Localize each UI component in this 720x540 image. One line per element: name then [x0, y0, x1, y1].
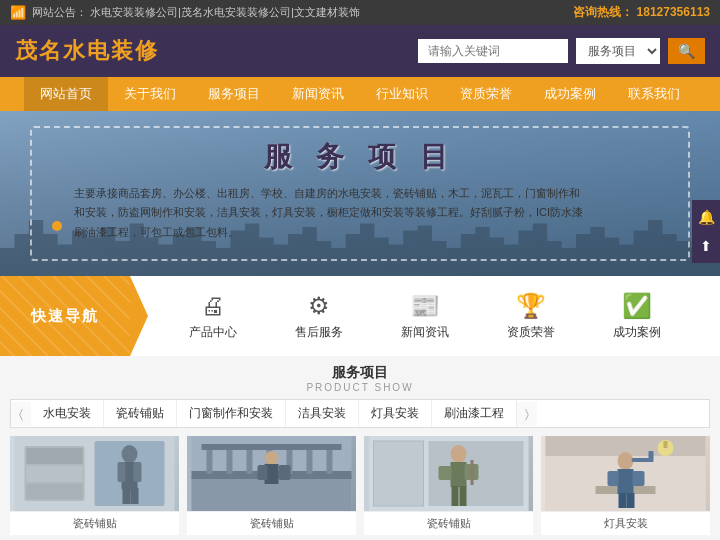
svg-rect-21: [327, 446, 333, 474]
svg-point-6: [122, 445, 138, 463]
product-card-2[interactable]: 瓷砖铺贴: [187, 436, 356, 535]
svg-rect-44: [633, 471, 645, 486]
hero-title: 服 务 项 目: [52, 138, 668, 176]
nav-item-news[interactable]: 新闻资讯: [276, 77, 360, 111]
product-img-4: [541, 436, 710, 511]
honor-label: 资质荣誉: [507, 324, 555, 341]
product-grid: 瓷砖铺贴: [10, 436, 710, 535]
product-card-4[interactable]: 灯具安装: [541, 436, 710, 535]
header-right: 服务项目 🔍: [418, 38, 705, 64]
product-card-1[interactable]: 瓷砖铺贴: [10, 436, 179, 535]
news-label: 新闻资讯: [401, 324, 449, 341]
svg-rect-15: [207, 446, 213, 474]
svg-rect-16: [227, 446, 233, 474]
product-img-1: [10, 436, 179, 511]
quick-icon-news[interactable]: 📰 新闻资讯: [401, 292, 449, 341]
svg-rect-45: [608, 471, 619, 486]
hero-banner: 服 务 项 目 主要承接商品套房、办公楼、出租房、学校、自建房的水电安装，瓷砖铺…: [0, 111, 720, 276]
announcement-content: 网站公告： 水电安装装修公司|茂名水电安装装修公司|文文建材装饰: [32, 5, 360, 20]
hotline: 咨询热线： 18127356113: [573, 4, 710, 21]
nav-item-industry[interactable]: 行业知识: [360, 77, 444, 111]
news-icon: 📰: [410, 292, 440, 320]
svg-rect-11: [131, 488, 139, 504]
service-icon: ⚙: [308, 292, 330, 320]
svg-point-42: [618, 452, 634, 470]
svg-rect-47: [627, 493, 635, 508]
right-sidebar: 🔔 ⬆: [692, 200, 720, 263]
bell-icon[interactable]: 🔔: [694, 205, 719, 229]
hotline-number: 18127356113: [637, 5, 710, 19]
svg-point-31: [451, 445, 467, 463]
svg-rect-9: [134, 462, 142, 482]
cat-tab-light[interactable]: 灯具安装: [359, 400, 432, 427]
cat-tab-sanitary[interactable]: 洁具安装: [286, 400, 359, 427]
svg-rect-51: [649, 451, 654, 462]
svg-rect-17: [247, 446, 253, 474]
svg-rect-34: [439, 466, 452, 480]
nav-item-honor[interactable]: 资质荣誉: [444, 77, 528, 111]
header: 茂名水电装修 服务项目 🔍: [0, 25, 720, 77]
service-label: 售后服务: [295, 324, 343, 341]
category-tabs: 〈 水电安装 瓷砖铺贴 门窗制作和安装 洁具安装 灯具安装 刷油漆工程 〉: [10, 399, 710, 428]
site-title: 茂名水电装修: [15, 36, 159, 66]
svg-rect-20: [307, 446, 313, 474]
product-name-1: 瓷砖铺贴: [10, 511, 179, 535]
product-icon: 🖨: [201, 292, 225, 320]
quick-icon-cases[interactable]: ✅ 成功案例: [613, 292, 661, 341]
cat-tab-door[interactable]: 门窗制作和安装: [177, 400, 286, 427]
cat-tab-tile[interactable]: 瓷砖铺贴: [104, 400, 177, 427]
service-select[interactable]: 服务项目: [576, 38, 660, 64]
section-title-en: PRODUCT SHOW: [10, 382, 710, 393]
cat-tab-paint[interactable]: 刷油漆工程: [432, 400, 517, 427]
quick-icons-container: 🖨 产品中心 ⚙ 售后服务 📰 新闻资讯 🏆 资质荣誉 ✅ 成功案例: [130, 276, 720, 356]
product-name-2: 瓷砖铺贴: [187, 511, 356, 535]
diagonal-decoration: [0, 276, 130, 356]
quick-icon-product[interactable]: 🖨 产品中心: [189, 292, 237, 341]
nav-item-contact[interactable]: 联系我们: [612, 77, 696, 111]
product-section: 服务项目 PRODUCT SHOW 〈 水电安装 瓷砖铺贴 门窗制作和安装 洁具…: [0, 356, 720, 540]
nav-item-cases[interactable]: 成功案例: [528, 77, 612, 111]
cases-label: 成功案例: [613, 324, 661, 341]
nav-item-about[interactable]: 关于我们: [108, 77, 192, 111]
search-button[interactable]: 🔍: [668, 38, 705, 64]
tab-next-arrow[interactable]: 〉: [517, 402, 537, 426]
cat-tab-water[interactable]: 水电安装: [31, 400, 104, 427]
announcement-text: 📶 网站公告： 水电安装装修公司|茂名水电安装装修公司|文文建材装饰: [10, 5, 360, 20]
product-img-2: [187, 436, 356, 511]
wifi-icon: 📶: [10, 5, 26, 20]
search-input[interactable]: [418, 39, 568, 63]
svg-rect-26: [258, 465, 268, 480]
svg-rect-25: [279, 465, 291, 480]
nav-item-home[interactable]: 网站首页: [24, 77, 108, 111]
quick-icon-honor[interactable]: 🏆 资质荣誉: [507, 292, 555, 341]
announcement-bar: 📶 网站公告： 水电安装装修公司|茂名水电安装装修公司|文文建材装饰 咨询热线：…: [0, 0, 720, 25]
product-card-3[interactable]: 瓷砖铺贴: [364, 436, 533, 535]
quick-nav-label: 快速导航: [0, 276, 130, 356]
svg-rect-36: [460, 486, 467, 506]
honor-icon: 🏆: [516, 292, 546, 320]
nav-item-services[interactable]: 服务项目: [192, 77, 276, 111]
product-name-4: 灯具安装: [541, 511, 710, 535]
product-name-3: 瓷砖铺贴: [364, 511, 533, 535]
nav-bar: 网站首页 关于我们 服务项目 新闻资讯 行业知识 资质荣誉 成功案例 联系我们: [0, 77, 720, 111]
svg-rect-37: [471, 460, 474, 485]
section-title-cn: 服务项目: [10, 364, 710, 382]
hotline-label: 咨询热线：: [573, 5, 633, 19]
svg-rect-8: [118, 462, 126, 482]
svg-rect-2: [27, 448, 83, 464]
svg-rect-32: [451, 462, 467, 487]
hero-content-box: 服 务 项 目 主要承接商品套房、办公楼、出租房、学校、自建房的水电安装，瓷砖铺…: [30, 126, 690, 261]
hero-desc-2: 和安装，防盗网制作和安装，洁具安装，灯具安装，橱柜定做和安装等装修工程。好刮腻子…: [52, 203, 668, 222]
svg-rect-35: [452, 486, 459, 506]
svg-rect-10: [123, 488, 131, 504]
hero-dot-icon: [52, 221, 62, 231]
top-icon[interactable]: ⬆: [696, 234, 716, 258]
product-img-3: [364, 436, 533, 511]
svg-rect-46: [619, 493, 627, 508]
svg-rect-4: [27, 484, 83, 499]
svg-rect-22: [202, 444, 342, 450]
svg-rect-3: [27, 466, 83, 482]
quick-icon-service[interactable]: ⚙ 售后服务: [295, 292, 343, 341]
tab-prev-arrow[interactable]: 〈: [11, 402, 31, 426]
cases-icon: ✅: [622, 292, 652, 320]
